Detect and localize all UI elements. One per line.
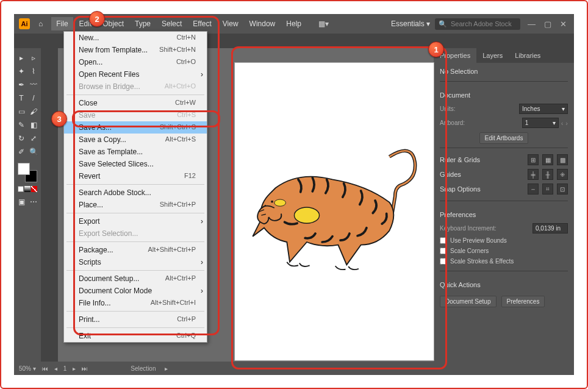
file-menu-item[interactable]: Save a Copy...Alt+Ctrl+S [64,134,207,146]
file-menu-item[interactable]: Document Color Mode [64,285,207,297]
home-icon[interactable]: ⌂ [38,20,43,28]
nav-first[interactable]: ⏮ [42,365,48,372]
brush-tool[interactable]: 🖌 [27,105,40,118]
minimize-button[interactable]: — [525,20,538,29]
smart-guides-icon[interactable]: ⁜ [557,169,568,180]
color-mode-row[interactable] [18,186,37,192]
file-menu-item[interactable]: RevertF12 [64,170,207,182]
file-menu-item[interactable]: File Info...Alt+Shift+Ctrl+I [64,297,207,309]
arrange-docs-icon[interactable]: ▦▾ [318,20,329,28]
status-text: Selection [131,365,156,372]
transparency-grid-icon[interactable]: ▩ [557,154,568,165]
file-menu-item[interactable]: Save As...Shift+Ctrl+S [64,121,207,134]
eyedrop-tool[interactable]: ✐ [15,146,27,158]
file-menu-item[interactable]: Place...Shift+Ctrl+P [64,199,207,211]
snap-pixel-icon[interactable]: ⊡ [557,184,568,194]
search-stock-field[interactable]: 🔍 Search Adobe Stock [435,18,520,30]
search-placeholder: Search Adobe Stock [451,20,512,27]
file-menu-item[interactable]: New...Ctrl+N [64,32,207,44]
file-menu-item[interactable]: Print...Ctrl+P [64,313,207,326]
no-selection-label: No Selection [440,68,568,75]
prev-artboard[interactable]: ‹ [561,120,564,127]
tab-layers[interactable]: Layers [476,48,509,63]
keyboard-increment-input[interactable] [532,223,568,234]
status-menu[interactable]: ▸ [165,365,168,372]
preferences-button[interactable]: Preferences [501,296,545,307]
rect-tool[interactable]: ▭ [15,105,27,118]
edit-artboards-button[interactable]: Edit Artboards [479,132,529,144]
file-menu-item[interactable]: Scripts [64,256,207,268]
guides-show-icon[interactable]: ╪ [528,169,539,180]
file-menu-item[interactable]: New from Template...Shift+Ctrl+N [64,44,207,56]
snap-point-icon[interactable]: ⎓ [528,184,539,194]
callout-badge-2: 2 [89,11,105,27]
preview-bounds-checkbox[interactable] [440,237,446,244]
page-number[interactable]: 1 [63,365,67,372]
callout-badge-1: 1 [428,41,444,57]
doc-setup-button[interactable]: Document Setup [440,296,497,307]
menu-select[interactable]: Select [157,17,187,30]
zoom-level[interactable]: 50% ▾ [19,365,36,372]
file-menu-item[interactable]: Save as Template... [64,146,207,158]
artboard-select[interactable]: 1▾ [522,118,559,128]
file-menu-item[interactable]: Open...Ctrl+O [64,56,207,68]
direct-select-tool[interactable]: ▹ [27,52,40,64]
workspace-switcher[interactable]: Essentials ▾ [391,20,430,28]
menu-help[interactable]: Help [281,17,306,30]
close-button[interactable]: ✕ [558,20,569,29]
scale-tool[interactable]: ⤢ [27,132,40,145]
nav-last[interactable]: ⏭ [82,365,88,372]
file-menu-item[interactable]: Search Adobe Stock... [64,187,207,199]
ki-label: Keyboard Increment: [440,225,497,232]
section-quick-actions: Quick Actions [440,281,568,288]
fill-stroke-swatch[interactable] [18,163,37,182]
next-artboard[interactable]: › [565,120,568,127]
section-snap: Snap Options [440,185,481,193]
nav-next[interactable]: ▸ [73,365,76,372]
zoom-tool[interactable]: 🔍 [27,146,40,158]
tools-panel: ▸▹ ✦⌇ ✒〰 T/ ▭🖌 ✎◧ ↻⤢ ✐🔍 ▣⋯ [14,48,41,362]
line-tool[interactable]: / [27,92,40,104]
menu-file[interactable]: File [51,17,73,30]
units-label: Units: [440,105,456,112]
menu-effect[interactable]: Effect [188,17,216,30]
menu-type[interactable]: Type [130,17,156,30]
file-menu-item[interactable]: Save Selected Slices... [64,158,207,170]
scale-strokes-label: Scale Strokes & Effects [450,258,514,265]
menu-view[interactable]: View [218,17,243,30]
artboard[interactable] [235,63,434,360]
menu-window[interactable]: Window [245,17,281,30]
nav-prev[interactable]: ◂ [54,365,57,372]
curvature-tool[interactable]: 〰 [27,79,40,91]
file-menu-item[interactable]: Export [64,215,207,227]
file-menu-item[interactable]: Document Setup...Alt+Ctrl+P [64,273,207,285]
pen-tool[interactable]: ✒ [15,79,27,91]
tab-libraries[interactable]: Libraries [509,48,547,63]
collapsed-panels-strip[interactable] [41,48,58,362]
lasso-tool[interactable]: ⌇ [27,65,40,77]
file-menu-item[interactable]: Package...Alt+Shift+Ctrl+P [64,244,207,256]
artboard-label: Artboard: [440,120,465,126]
scale-corners-checkbox[interactable] [440,248,446,254]
type-tool[interactable]: T [15,92,27,104]
grid-icon[interactable]: ▦ [542,154,553,165]
units-select[interactable]: Inches▾ [519,104,568,114]
file-menu-item[interactable]: ExitCtrl+Q [64,330,207,342]
file-menu-item[interactable]: Open Recent Files [64,68,207,80]
selection-tool[interactable]: ▸ [15,52,27,64]
ruler-icon[interactable]: ⊞ [528,154,539,165]
magic-wand-tool[interactable]: ✦ [15,65,27,77]
screen-mode[interactable]: ▣ [15,196,27,208]
scale-strokes-checkbox[interactable] [440,258,446,265]
guides-lock-icon[interactable]: ╫ [542,169,553,180]
edit-toolbar[interactable]: ⋯ [27,196,40,208]
file-menu-item: Browse in Bridge...Alt+Ctrl+O [64,80,207,93]
maximize-button[interactable]: ▢ [542,20,554,29]
app-logo: Ai [19,18,30,29]
file-menu-item[interactable]: CloseCtrl+W [64,97,207,109]
rotate-tool[interactable]: ↻ [15,132,27,145]
shaper-tool[interactable]: ✎ [15,119,27,131]
file-menu-item: Export Selection... [64,227,207,240]
eraser-tool[interactable]: ◧ [27,119,40,131]
snap-grid-icon[interactable]: ⌗ [542,184,553,194]
